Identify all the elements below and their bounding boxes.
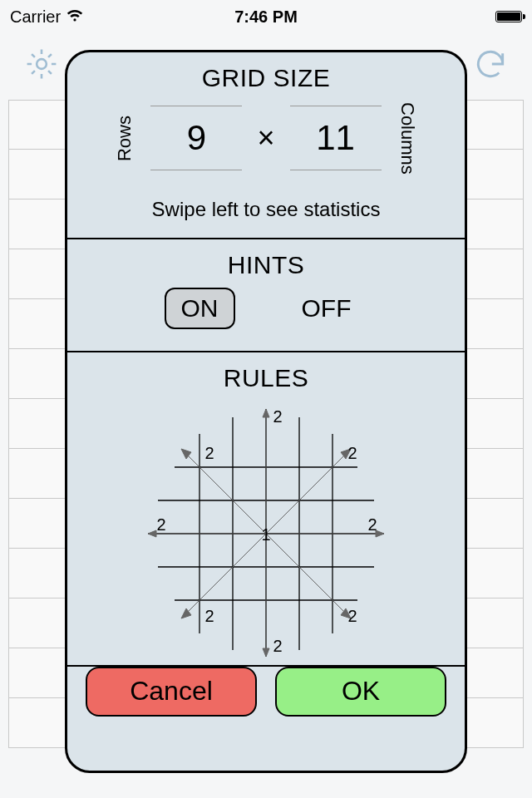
svg-marker-14 <box>263 648 269 657</box>
rules-se: 2 <box>347 607 357 625</box>
hints-title: HINTS <box>84 251 448 279</box>
gear-icon <box>23 46 60 96</box>
hints-off-button[interactable]: OFF <box>285 288 368 329</box>
rules-ne: 2 <box>347 444 357 462</box>
rules-w: 2 <box>156 515 165 534</box>
svg-marker-12 <box>263 409 269 417</box>
svg-marker-16 <box>148 530 156 537</box>
rows-label: Rows <box>114 116 135 161</box>
modal-button-row: Cancel OK <box>67 667 465 735</box>
multiply-icon: × <box>257 121 274 155</box>
svg-line-25 <box>266 534 346 613</box>
hints-section: HINTS ON OFF <box>67 239 465 352</box>
svg-line-23 <box>186 534 266 613</box>
refresh-icon <box>472 46 509 96</box>
columns-picker[interactable]: 11 <box>290 106 382 170</box>
settings-modal: GRID SIZE Rows 9 × 11 Columns Swipe left… <box>65 50 467 773</box>
svg-line-19 <box>186 454 266 534</box>
swipe-hint: Swipe left to see statistics <box>84 198 448 221</box>
rules-title: RULES <box>84 364 448 392</box>
hints-on-button[interactable]: ON <box>165 288 235 329</box>
rules-sw: 2 <box>204 607 214 625</box>
clock: 7:46 PM <box>0 7 532 27</box>
rules-e: 2 <box>367 515 377 534</box>
ok-button[interactable]: OK <box>275 667 446 717</box>
columns-label: Columns <box>397 102 418 175</box>
rules-section: RULES <box>67 352 465 667</box>
cancel-button[interactable]: Cancel <box>86 667 257 717</box>
svg-point-0 <box>37 59 47 69</box>
rules-nw: 2 <box>204 444 214 462</box>
grid-size-section: GRID SIZE Rows 9 × 11 Columns Swipe left… <box>67 52 465 239</box>
rules-center: 1 <box>261 525 270 544</box>
rows-value: 9 <box>187 118 206 157</box>
status-bar: Carrier 7:46 PM <box>0 0 532 33</box>
rows-picker[interactable]: 9 <box>150 106 242 170</box>
svg-line-21 <box>266 454 346 534</box>
columns-value: 11 <box>316 118 355 157</box>
grid-size-title: GRID SIZE <box>84 64 448 92</box>
battery-icon <box>495 11 522 22</box>
rules-s: 2 <box>273 637 282 655</box>
rules-diagram: 1 2 2 2 2 2 2 2 2 <box>141 401 391 658</box>
rules-n: 2 <box>273 407 282 426</box>
